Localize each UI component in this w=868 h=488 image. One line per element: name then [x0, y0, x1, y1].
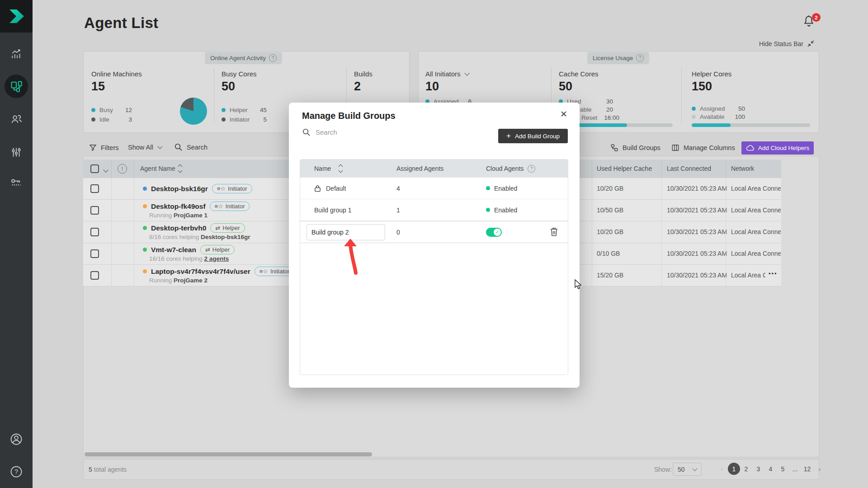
next-page-button[interactable]: ›: [813, 463, 826, 475]
mouse-cursor-icon: [573, 279, 582, 291]
idle-dot: [91, 117, 95, 122]
used-helper-cache-cell: 15/20 GB: [597, 272, 623, 279]
show-label: Show:: [654, 466, 672, 473]
add-build-group-button[interactable]: + Add Build Group: [498, 129, 568, 143]
build-group-row-default[interactable]: Default 4 Enabled: [300, 178, 568, 199]
page-button-5[interactable]: 5: [777, 463, 789, 475]
grid-line: [592, 178, 592, 286]
build-group-name-input[interactable]: [307, 224, 385, 240]
page-button-1[interactable]: 1: [728, 463, 740, 475]
agents-icon: [10, 80, 23, 93]
manage-columns-button[interactable]: Manage Columns: [671, 144, 735, 152]
online-machines-label: Online Machines: [91, 70, 142, 78]
trash-icon: [550, 227, 558, 237]
search-icon: [302, 128, 311, 136]
build-groups-table: Name Assigned Agents Cloud Agents ? Defa…: [300, 159, 568, 375]
used-helper-cache-cell: 0/10 GB: [597, 250, 620, 257]
license-usage-tab: License Usage ?: [587, 52, 649, 64]
column-header-assigned-agents[interactable]: Assigned Agents: [396, 160, 443, 178]
grid-line: [726, 160, 726, 178]
toggle-check-icon: ✓: [494, 229, 501, 236]
row-checkbox[interactable]: [90, 249, 99, 258]
alerts-column-icon[interactable]: !: [118, 164, 127, 174]
page-button-12[interactable]: 12: [801, 463, 813, 475]
filters-button[interactable]: Filters: [89, 144, 118, 151]
assigned-agents-value: 4: [396, 178, 400, 199]
show-all-dropdown[interactable]: Show All: [128, 144, 162, 151]
total-agents-label: 5 total agents: [89, 466, 127, 473]
page-button-4[interactable]: 4: [764, 463, 777, 475]
row-checkbox[interactable]: [90, 184, 99, 193]
select-options-chevron[interactable]: [103, 166, 108, 174]
notification-badge: 2: [812, 13, 821, 22]
legend-idle: Idle 3: [91, 115, 132, 123]
agent-subtitle: Running ProjGame 2: [149, 277, 208, 284]
network-cell: Local Area Connection: [731, 272, 765, 279]
modal-close-button[interactable]: ✕: [560, 109, 567, 119]
all-initiators-dropdown[interactable]: All Initiators: [425, 70, 469, 78]
tutorial-arrow: [343, 239, 363, 277]
sidebar-item-help[interactable]: ?: [0, 460, 33, 483]
network-cell: Local Area Connection: [731, 206, 781, 214]
assigned-dot: [692, 107, 696, 111]
busy-dot: [91, 108, 95, 112]
initiator-dot: [222, 117, 226, 122]
avatar-icon: [9, 432, 23, 446]
select-all-checkbox[interactable]: [90, 164, 99, 173]
row-more-button[interactable]: •••: [769, 270, 778, 277]
grid-line: [661, 160, 662, 178]
sidebar: ?: [0, 0, 33, 488]
sidebar-item-users[interactable]: [0, 107, 33, 131]
helper-cores-value: 150: [692, 80, 712, 94]
page-button-2[interactable]: 2: [740, 463, 752, 475]
initiator-badge-icon: ≡☆: [217, 185, 226, 192]
page-size-select[interactable]: 50: [673, 463, 702, 476]
sort-icon: [339, 165, 342, 172]
column-header-network[interactable]: Network: [731, 165, 754, 172]
initiator-badge: ≡☆Initiator: [212, 184, 252, 193]
hide-status-bar-button[interactable]: Hide Status Bar: [759, 40, 815, 47]
row-checkbox[interactable]: [90, 271, 99, 280]
help-circle-icon[interactable]: ?: [636, 54, 644, 62]
status-dot: [143, 248, 147, 252]
prev-page-button[interactable]: ‹: [716, 463, 728, 475]
column-header-used-helper-cache[interactable]: Used Helper Cache: [597, 165, 652, 172]
search-button[interactable]: Search: [174, 143, 208, 151]
sidebar-item-profile[interactable]: [0, 427, 33, 451]
cloud-agents-toggle-on[interactable]: ✓: [486, 228, 502, 237]
status-dot: [143, 204, 147, 208]
busy-cores-value: 50: [222, 80, 235, 94]
build-groups-table-header: Name Assigned Agents Cloud Agents ?: [300, 160, 568, 178]
horizontal-scrollbar[interactable]: [85, 452, 372, 456]
app-logo[interactable]: [0, 0, 33, 33]
status-dot: [143, 187, 147, 191]
network-cell: Local Area Connection: [731, 228, 781, 235]
page-button-3[interactable]: 3: [752, 463, 764, 475]
delete-build-group-button[interactable]: [550, 227, 558, 237]
column-header-agent-name[interactable]: Agent Name: [140, 165, 182, 172]
grid-line: [134, 178, 134, 286]
column-header-name[interactable]: Name: [314, 160, 342, 178]
row-checkbox[interactable]: [90, 206, 99, 215]
build-groups-button[interactable]: Build Groups: [610, 144, 660, 152]
helper-cores-bar: [692, 123, 810, 127]
modal-search[interactable]: Search: [302, 128, 337, 136]
sidebar-item-dashboard[interactable]: [0, 42, 33, 66]
available-dot: [692, 115, 696, 119]
sidebar-item-settings[interactable]: [0, 141, 33, 164]
help-circle-icon[interactable]: ?: [269, 54, 277, 62]
sidebar-item-agents-active[interactable]: [5, 75, 28, 98]
brand-logo-icon: [8, 9, 25, 24]
help-icon: ?: [9, 465, 23, 479]
column-header-cloud-agents[interactable]: Cloud Agents ?: [486, 160, 535, 178]
build-group-row-2-editing[interactable]: 0 ✓: [300, 221, 568, 243]
build-group-row-1[interactable]: Build group 1 1 Enabled: [300, 199, 568, 221]
column-header-last-connected[interactable]: Last Connected: [667, 165, 711, 172]
grid-line: [592, 160, 592, 178]
row-checkbox[interactable]: [90, 228, 99, 236]
sidebar-item-licenses[interactable]: [0, 171, 33, 194]
add-cloud-helpers-button[interactable]: Add Cloud Helpers: [741, 141, 814, 155]
notifications-button[interactable]: 2: [803, 14, 821, 31]
busy-cores-label: Busy Cores: [222, 70, 257, 78]
initiator-badge: ≡☆Initiator: [210, 202, 250, 211]
